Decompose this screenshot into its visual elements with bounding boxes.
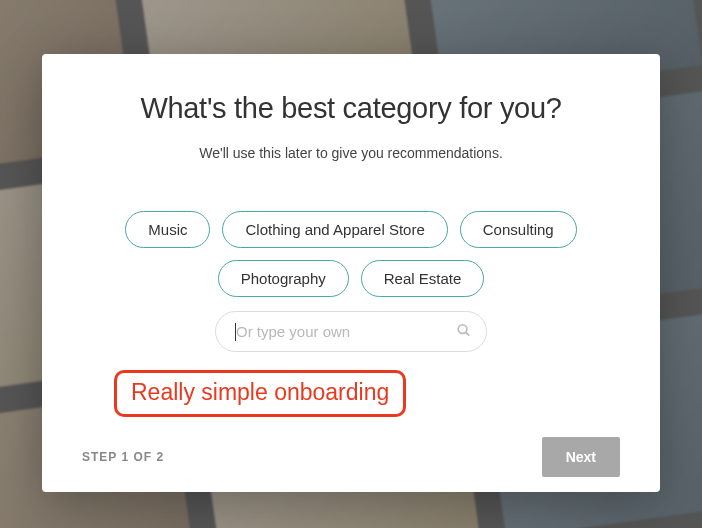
step-indicator: STEP 1 OF 2 [82,450,164,464]
modal-heading: What's the best category for you? [82,92,620,125]
modal-footer: STEP 1 OF 2 Next [82,417,620,477]
category-search-input[interactable] [215,311,487,352]
annotation-callout: Really simple onboarding [114,370,406,417]
category-pill-photography[interactable]: Photography [218,260,349,297]
category-pill-consulting[interactable]: Consulting [460,211,577,248]
category-pill-realestate[interactable]: Real Estate [361,260,485,297]
category-pills: Music Clothing and Apparel Store Consult… [82,211,620,297]
modal-subheading: We'll use this later to give you recomme… [82,145,620,161]
onboarding-modal: What's the best category for you? We'll … [42,54,660,492]
next-button[interactable]: Next [542,437,620,477]
category-pill-clothing[interactable]: Clothing and Apparel Store [222,211,447,248]
category-search [215,311,487,352]
category-pill-music[interactable]: Music [125,211,210,248]
